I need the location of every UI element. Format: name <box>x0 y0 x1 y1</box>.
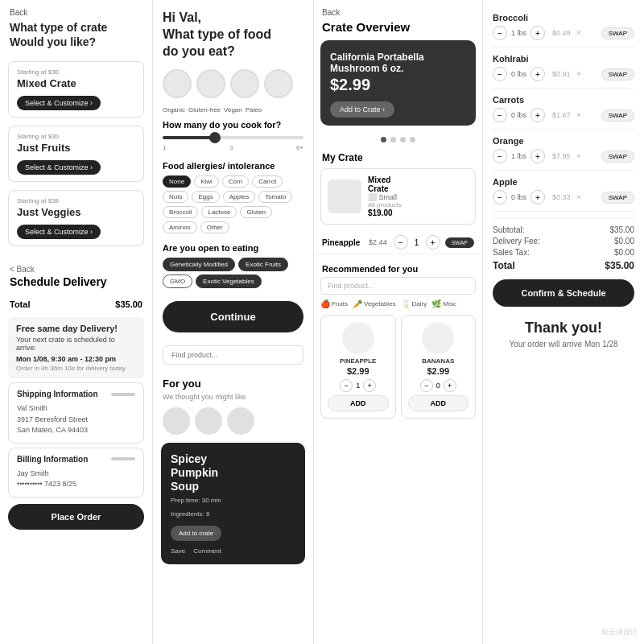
pli-x-0: ✕ <box>576 30 581 36</box>
item-price-pineapple: $2.44 <box>369 238 387 246</box>
total-label: Total <box>10 299 30 309</box>
add-to-crate-recipe-button[interactable]: Add to crate <box>171 526 221 541</box>
dot-2[interactable] <box>390 137 396 142</box>
allergy-tag-corn[interactable]: Corn <box>222 175 249 188</box>
allergy-tag-lactose[interactable]: Lactose <box>201 206 237 218</box>
avatar-vegan[interactable] <box>230 69 259 98</box>
qty-increase-pineapple[interactable]: + <box>426 235 440 250</box>
avatar-organic[interactable] <box>163 69 192 98</box>
pli-decrease-3[interactable]: − <box>493 149 507 163</box>
subtotal-label: Subtotal: <box>493 225 524 234</box>
eating-tag-1[interactable]: Exotic Fruits <box>238 258 288 271</box>
pli-decrease-2[interactable]: − <box>493 108 507 122</box>
pli-increase-0[interactable]: + <box>530 26 545 40</box>
add-pineapple-button[interactable]: ADD <box>328 395 389 411</box>
pli-swap-3[interactable]: SWAP <box>601 151 634 163</box>
pli-swap-0[interactable]: SWAP <box>601 27 634 39</box>
find-product-input[interactable] <box>163 345 303 365</box>
pli-increase-3[interactable]: + <box>530 149 545 163</box>
recipe-prep: Prep time: 30 min <box>171 497 295 504</box>
pli-increase-1[interactable]: + <box>530 67 545 81</box>
swap-pineapple-button[interactable]: SWAP <box>445 237 474 248</box>
filter-vegetables[interactable]: 🥕 Vegetables <box>353 299 396 308</box>
pli-swap-2[interactable]: SWAP <box>601 109 634 122</box>
recipe-comment[interactable]: Comment <box>193 547 221 555</box>
featured-product-price: $2.99 <box>330 76 466 94</box>
dot-4[interactable] <box>410 137 415 142</box>
pli-increase-2[interactable]: + <box>530 108 545 122</box>
pli-name-2: Carrots <box>493 95 634 105</box>
select-mixed-button[interactable]: Select & Customize › <box>17 96 101 110</box>
crate-summary-card: Mixed Crate ⬜ Small All products $19.00 <box>320 168 476 225</box>
back-link-schedule[interactable]: < Back <box>0 258 152 275</box>
crate-summary-name: Mixed Crate <box>368 175 469 193</box>
select-veggies-button[interactable]: Select & Customize › <box>17 225 101 239</box>
product-grid: PINEAPPLE $2.99 − 1 + ADD BANANAS $2.99 … <box>314 315 482 425</box>
tile-decrease-bananas[interactable]: − <box>420 379 433 392</box>
col-crate-overview: Back Crate Overview California Portabell… <box>314 0 483 644</box>
pli-increase-4[interactable]: + <box>530 190 545 204</box>
tile-increase-bananas[interactable]: + <box>444 379 456 392</box>
tile-increase-pineapple[interactable]: + <box>363 379 376 392</box>
back-link-col1[interactable]: Back <box>0 0 152 20</box>
total-row: Total $35.00 <box>493 260 634 271</box>
filter-vegetables-label: Vegetables <box>364 300 396 308</box>
back-link-col3[interactable]: Back <box>314 0 482 20</box>
product-img-pineapple <box>342 322 374 354</box>
filter-misc[interactable]: 🌿 Misc <box>431 299 456 308</box>
allergy-tag-broccoli[interactable]: Broccoli <box>163 206 198 218</box>
allergy-tag-kiwi[interactable]: Kiwi <box>194 175 219 188</box>
allergy-tag-eggs[interactable]: Eggs <box>192 191 219 203</box>
allergy-tag-gluten[interactable]: Gluten <box>240 206 272 218</box>
select-fruits-button[interactable]: Select & Customize › <box>17 160 101 175</box>
allergy-tag-nuts[interactable]: Nuts <box>163 191 188 203</box>
eating-tag-2[interactable]: GMO <box>163 275 192 288</box>
pli-decrease-1[interactable]: − <box>493 67 507 81</box>
allergy-tag-apples[interactable]: Apples <box>223 191 255 203</box>
allergy-tag-aminos[interactable]: Aminos <box>163 221 197 233</box>
pli-decrease-0[interactable]: − <box>493 26 507 40</box>
eating-tag-3[interactable]: Exotic Vegetables <box>196 275 262 288</box>
recipe-save[interactable]: Save <box>171 547 185 555</box>
pli-decrease-4[interactable]: − <box>493 190 507 204</box>
qty-decrease-pineapple[interactable]: − <box>394 235 408 250</box>
featured-add-button[interactable]: Add to Crate › <box>330 101 394 118</box>
pli-price-2: $1.67 <box>552 111 571 119</box>
edit-bar-billing[interactable] <box>111 457 135 460</box>
allergy-heading: Food allergies/ intolerance <box>153 158 313 175</box>
allergy-tag-none[interactable]: None <box>163 175 191 188</box>
dot-3[interactable] <box>400 137 406 142</box>
pli-name-4: Apple <box>493 177 634 187</box>
tile-decrease-pineapple[interactable]: − <box>340 379 353 392</box>
dot-1[interactable] <box>381 137 386 142</box>
crate-card-fruits: Starting at $30 Just Fruits Select & Cus… <box>8 126 144 182</box>
cook-count-slider[interactable] <box>153 136 313 142</box>
delivery-value: $0.00 <box>614 237 634 246</box>
edit-bar-shipping[interactable] <box>111 393 135 396</box>
place-order-button[interactable]: Place Order <box>8 504 144 530</box>
slider-min: 1 <box>163 144 166 151</box>
add-bananas-button[interactable]: ADD <box>408 395 469 411</box>
continue-button[interactable]: Continue <box>163 301 303 332</box>
rec-search-bar[interactable]: Find product... <box>320 277 476 295</box>
pli-x-1: ✕ <box>576 71 581 77</box>
allergy-tag-tomato[interactable]: Tomato <box>258 191 292 203</box>
avatar-paleo[interactable] <box>264 69 293 98</box>
avatar-glutenfree[interactable] <box>196 69 225 98</box>
pli-swap-1[interactable]: SWAP <box>601 68 634 80</box>
billing-card-info: •••••••••• 7423 8/25 <box>17 479 135 490</box>
confirm-schedule-button[interactable]: Confirm & Schedule <box>493 279 634 307</box>
allergy-tag-other[interactable]: Other <box>200 221 229 233</box>
eating-tag-0[interactable]: Genetically Modified <box>163 258 235 271</box>
filter-fruits[interactable]: 🍎 Fruits <box>320 299 348 308</box>
filter-dairy[interactable]: 🥛 Dairy <box>401 299 427 308</box>
qty-control-pineapple: − 1 + <box>394 235 440 250</box>
schedule-section: < Back Schedule Delivery Total $35.00 Fr… <box>0 258 152 530</box>
pli-swap-4[interactable]: SWAP <box>601 192 634 204</box>
tile-qty-pineapple: − 1 + <box>328 379 389 392</box>
tax-value: $0.00 <box>614 248 634 257</box>
crate-item-pineapple: Pineapple $2.44 − 1 + SWAP <box>314 231 482 254</box>
allergy-tag-carrot[interactable]: Carrot <box>252 175 283 188</box>
filter-dairy-label: Dairy <box>412 300 427 308</box>
tile-price-bananas: $2.99 <box>408 366 469 376</box>
